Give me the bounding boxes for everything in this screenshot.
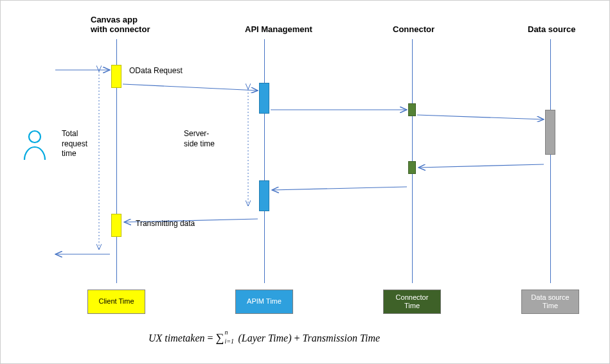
timebox-client: Client Time — [87, 290, 145, 314]
timebox-connector: ConnectorTime — [383, 290, 441, 314]
lane-header-client: Canvas app with connector — [91, 15, 150, 34]
svg-line-4 — [418, 164, 544, 168]
activation-connector-bottom — [408, 161, 416, 174]
label-total-request-time: Total request time — [62, 129, 87, 159]
formula: UX timetaken = ∑ n i=1 (Layer Time) + Tr… — [148, 331, 380, 345]
lane-header-connector: Connector — [393, 24, 435, 34]
svg-line-1 — [123, 84, 258, 91]
user-icon — [22, 129, 48, 164]
activation-datasource — [545, 110, 555, 155]
svg-point-10 — [29, 131, 40, 143]
lifeline-apim — [264, 39, 265, 283]
lane-header-apim: API Management — [245, 24, 312, 34]
activation-apim-top — [259, 83, 269, 114]
label-server-side-time: Server- side time — [184, 129, 215, 149]
timebox-datasource: Data sourceTime — [521, 290, 579, 314]
lifeline-datasource — [550, 39, 551, 283]
activation-client-bottom — [111, 214, 121, 237]
svg-line-3 — [417, 115, 544, 119]
activation-client-top — [111, 65, 121, 88]
svg-line-5 — [272, 187, 407, 190]
sequence-diagram: Canvas app with connector API Management… — [0, 0, 610, 364]
activation-apim-bottom — [259, 180, 269, 211]
label-transmitting: Transmitting data — [136, 219, 195, 228]
lane-header-datasource: Data source — [528, 24, 575, 34]
activation-connector-top — [408, 103, 416, 116]
label-odata-request: OData Request — [129, 66, 183, 75]
timebox-apim: APIM Time — [235, 290, 293, 314]
